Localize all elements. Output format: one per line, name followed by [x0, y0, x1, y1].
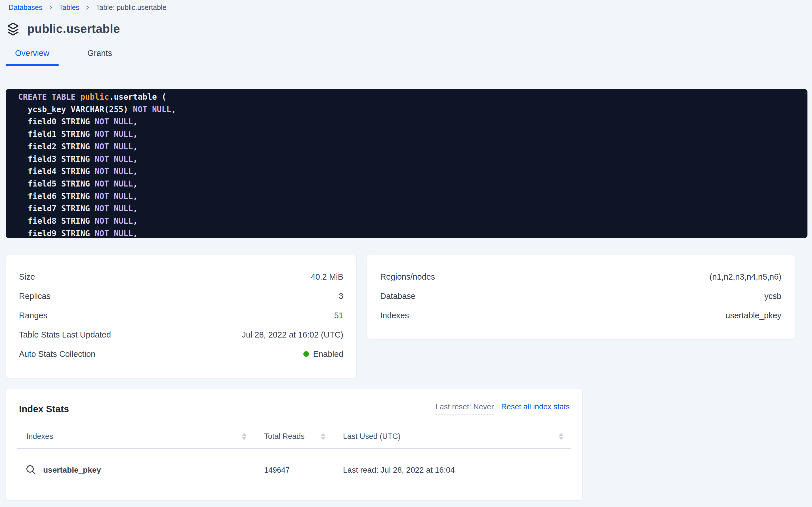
stat-label: Database: [380, 291, 415, 301]
stat-label: Indexes: [380, 311, 409, 320]
column-label: Indexes: [26, 432, 53, 441]
sql-line: field4 STRING NOT NULL,: [18, 165, 802, 178]
index-stats-header: Index Stats Last reset: Never Reset all …: [6, 402, 582, 414]
table-details-page: Databases Tables Table: public.usertable…: [0, 0, 812, 501]
table-placement-card: Regions/nodes (n1,n2,n3,n4,n5,n6) Databa…: [367, 255, 795, 339]
stat-row-auto-stats: Auto Stats Collection Enabled: [19, 344, 343, 363]
sort-icon: [242, 433, 247, 440]
stat-row-replicas: Replicas 3: [19, 286, 343, 306]
sql-line: field3 STRING NOT NULL,: [18, 153, 802, 166]
reset-index-stats-link[interactable]: Reset all index stats: [501, 402, 570, 414]
tab-grants[interactable]: Grants: [73, 49, 126, 65]
column-label: Total Reads: [264, 432, 305, 441]
stat-value: 3: [339, 291, 343, 301]
table-stack-icon: [6, 22, 20, 36]
index-stats-table-header: Indexes Total Reads Last Used (UTC): [17, 432, 571, 449]
stat-value: 51: [334, 311, 343, 320]
sql-line: field7 STRING NOT NULL,: [18, 203, 802, 215]
stat-label: Regions/nodes: [380, 272, 435, 282]
index-stats-table: Indexes Total Reads Last Used (UTC): [17, 432, 571, 491]
sql-line: field1 STRING NOT NULL,: [18, 128, 802, 140]
sql-line: field0 STRING NOT NULL,: [18, 116, 802, 128]
stat-label: Table Stats Last Updated: [19, 330, 111, 340]
column-header-indexes[interactable]: Indexes: [17, 432, 250, 441]
stat-row-ranges: Ranges 51: [19, 306, 343, 325]
summary-cards-row: Size 40.2 MiB Replicas 3 Ranges 51 Table…: [6, 255, 807, 378]
index-name-link[interactable]: usertable_pkey: [43, 465, 101, 474]
stat-row-indexes: Indexes usertable_pkey: [380, 306, 782, 325]
index-stats-actions: Last reset: Never Reset all index stats: [436, 402, 570, 414]
stat-label: Size: [19, 272, 35, 282]
sql-line: field2 STRING NOT NULL,: [18, 140, 802, 153]
stat-value: Enabled: [303, 349, 343, 359]
stat-row-size: Size 40.2 MiB: [19, 267, 343, 286]
column-header-last-used[interactable]: Last Used (UTC): [329, 432, 571, 441]
index-stats-card: Index Stats Last reset: Never Reset all …: [6, 389, 582, 501]
stat-label: Ranges: [19, 311, 47, 320]
sql-line: ycsb_key VARCHAR(255) NOT NULL,: [18, 103, 802, 116]
chevron-right-icon: [85, 5, 90, 11]
chevron-right-icon: [49, 5, 53, 11]
stat-value: Jul 28, 2022 at 16:02 (UTC): [242, 330, 343, 340]
column-header-total-reads[interactable]: Total Reads: [250, 432, 329, 441]
stat-value: ycsb: [764, 291, 782, 301]
stat-value: 40.2 MiB: [311, 272, 343, 282]
breadcrumb-link-tables[interactable]: Tables: [59, 3, 79, 12]
stat-label: Replicas: [19, 291, 51, 301]
sql-line: field9 STRING NOT NULL,: [18, 227, 802, 238]
sql-line: CREATE TABLE public.usertable (: [18, 91, 802, 103]
stat-label: Auto Stats Collection: [19, 349, 95, 359]
stat-row-stats-updated: Table Stats Last Updated Jul 28, 2022 at…: [19, 325, 343, 344]
breadcrumb-current: Table: public.usertable: [96, 3, 167, 12]
index-stats-title: Index Stats: [19, 404, 69, 414]
table-stats-card: Size 40.2 MiB Replicas 3 Ranges 51 Table…: [6, 255, 357, 378]
page-title: public.usertable: [27, 22, 120, 36]
page-title-row: public.usertable: [6, 22, 807, 36]
magnifier-icon: [25, 464, 37, 476]
stat-value: usertable_pkey: [726, 311, 782, 320]
tab-overview[interactable]: Overview: [6, 49, 59, 65]
breadcrumb-link-databases[interactable]: Databases: [8, 3, 43, 12]
sql-line: field5 STRING NOT NULL,: [18, 178, 802, 190]
status-enabled-dot: [303, 351, 309, 357]
tab-bar: Overview Grants: [6, 49, 807, 65]
stat-value: (n1,n2,n3,n4,n5,n6): [709, 272, 782, 282]
total-reads-cell: 149647: [250, 466, 329, 474]
stat-row-regions: Regions/nodes (n1,n2,n3,n4,n5,n6): [380, 267, 782, 286]
column-label: Last Used (UTC): [343, 432, 400, 441]
sort-icon: [559, 433, 563, 440]
last-reset-label: Last reset: Never: [436, 402, 494, 414]
sort-icon: [321, 433, 325, 440]
index-name-cell: usertable_pkey: [17, 464, 250, 476]
stat-row-database: Database ycsb: [380, 286, 782, 306]
sql-line: field8 STRING NOT NULL,: [18, 215, 802, 227]
last-used-cell: Last read: Jul 28, 2022 at 16:04: [329, 465, 571, 474]
table-row: usertable_pkey 149647 Last read: Jul 28,…: [17, 449, 571, 491]
status-enabled-text: Enabled: [313, 349, 343, 359]
create-table-sql-block: CREATE TABLE public.usertable ( ycsb_key…: [6, 89, 807, 238]
sql-line: field6 STRING NOT NULL,: [18, 190, 802, 203]
breadcrumb: Databases Tables Table: public.usertable: [6, 3, 807, 12]
